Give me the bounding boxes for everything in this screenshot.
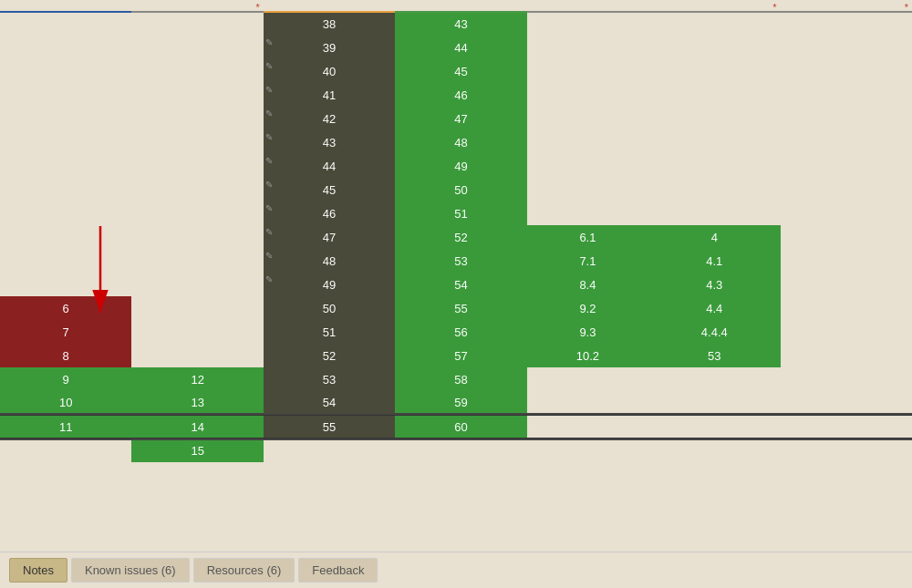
cell-android: 4.4.4 — [648, 320, 780, 344]
cell-ios — [527, 201, 648, 225]
cell-ios — [527, 36, 648, 59]
cell-firefox: ✎41 — [264, 83, 395, 107]
header-edge: * — [131, 0, 263, 12]
cell-chrome: 55 — [395, 296, 526, 320]
cell-ios: 6.1 — [527, 225, 648, 249]
cell-firefox: ✎48 — [264, 249, 395, 273]
cell-android — [648, 154, 780, 178]
cell-edge — [131, 344, 263, 367]
cell-android — [648, 201, 780, 225]
footer-tab[interactable]: Feedback — [298, 558, 378, 583]
cell-chrome: 56 — [395, 320, 526, 344]
cell-uc — [781, 130, 912, 154]
firefox-flag-badge: ✎ — [265, 132, 273, 142]
cell-firefox: 51 — [264, 320, 395, 344]
cell-edge — [131, 249, 263, 273]
android-asterisk: * — [772, 2, 776, 13]
firefox-flag-badge: ✎ — [265, 274, 273, 284]
cell-ios — [527, 178, 648, 201]
cell-ios: 8.4 — [527, 273, 648, 296]
header-firefox — [264, 0, 395, 12]
firefox-flag-badge: ✎ — [265, 156, 273, 166]
header-ios — [527, 0, 648, 12]
cell-ios — [527, 367, 648, 391]
cell-uc — [781, 12, 912, 36]
cell-firefox: ✎39 — [264, 36, 395, 59]
table-row: ✎4651 — [0, 201, 912, 225]
cell-edge — [131, 12, 263, 36]
cell-chrome: 49 — [395, 154, 526, 178]
cell-ios: 9.3 — [527, 320, 648, 344]
footer-tab[interactable]: Known issues (6) — [71, 558, 190, 583]
cell-edge — [131, 107, 263, 130]
cell-firefox: 53 — [264, 367, 395, 391]
cell-edge — [131, 59, 263, 83]
cell-chrome: 59 — [395, 391, 526, 415]
cell-edge — [131, 296, 263, 320]
table-row: 10135459 — [0, 391, 912, 415]
cell-android: 4.3 — [648, 273, 780, 296]
cell-android — [648, 36, 780, 59]
cell-edge — [131, 154, 263, 178]
cell-ios — [527, 83, 648, 107]
cell-edge — [131, 130, 263, 154]
cell-uc — [781, 249, 912, 273]
cell-uc — [781, 415, 912, 438]
cell-chrome: 52 — [395, 225, 526, 249]
cell-firefox: ✎46 — [264, 201, 395, 225]
cell-firefox — [264, 438, 395, 462]
firefox-flag-badge: ✎ — [265, 180, 273, 190]
cell-chrome: 60 — [395, 415, 526, 438]
edge-asterisk: * — [256, 2, 260, 13]
page-wrapper: * * * 3843✎3944✎4045✎4146✎4247✎43 — [0, 0, 912, 588]
cell-uc — [781, 391, 912, 415]
cell-uc — [781, 438, 912, 462]
cell-firefox: 38 — [264, 12, 395, 36]
firefox-flag-badge: ✎ — [265, 61, 273, 71]
cell-edge — [131, 83, 263, 107]
cell-android — [648, 130, 780, 154]
table-row: ✎4348 — [0, 130, 912, 154]
header-android: * — [648, 0, 780, 12]
table-row: ✎4146 — [0, 83, 912, 107]
cell-uc — [781, 83, 912, 107]
cell-firefox: ✎45 — [264, 178, 395, 201]
cell-android — [648, 83, 780, 107]
table-row: 3843 — [0, 12, 912, 36]
firefox-flag-badge: ✎ — [265, 85, 273, 95]
cell-chrome: 47 — [395, 107, 526, 130]
cell-uc — [781, 344, 912, 367]
cell-edge — [131, 178, 263, 201]
cell-ie: 11 — [0, 415, 131, 438]
cell-firefox: 55 — [264, 415, 395, 438]
header-chrome — [395, 0, 526, 12]
cell-uc — [781, 59, 912, 83]
cell-firefox: ✎40 — [264, 59, 395, 83]
cell-ios: 9.2 — [527, 296, 648, 320]
firefox-flag-badge: ✎ — [265, 203, 273, 213]
cell-uc — [781, 273, 912, 296]
cell-ie — [0, 154, 131, 178]
cell-chrome: 58 — [395, 367, 526, 391]
cell-ie — [0, 107, 131, 130]
cell-android — [648, 391, 780, 415]
cell-chrome: 45 — [395, 59, 526, 83]
footer-tab[interactable]: Resources (6) — [193, 558, 295, 583]
cell-edge — [131, 36, 263, 59]
cell-chrome: 54 — [395, 273, 526, 296]
cell-uc — [781, 201, 912, 225]
firefox-flag-badge: ✎ — [265, 37, 273, 47]
header-ie — [0, 0, 131, 12]
cell-firefox: ✎49 — [264, 273, 395, 296]
cell-ios — [527, 438, 648, 462]
cell-edge — [131, 201, 263, 225]
footer-tab[interactable]: Notes — [9, 558, 67, 583]
cell-android — [648, 415, 780, 438]
cell-ie: 10 — [0, 391, 131, 415]
uc-asterisk: * — [905, 2, 908, 13]
cell-ios: 10.2 — [527, 344, 648, 367]
cell-chrome: 43 — [395, 12, 526, 36]
cell-ie — [0, 12, 131, 36]
cell-edge — [131, 320, 263, 344]
cell-chrome: 50 — [395, 178, 526, 201]
